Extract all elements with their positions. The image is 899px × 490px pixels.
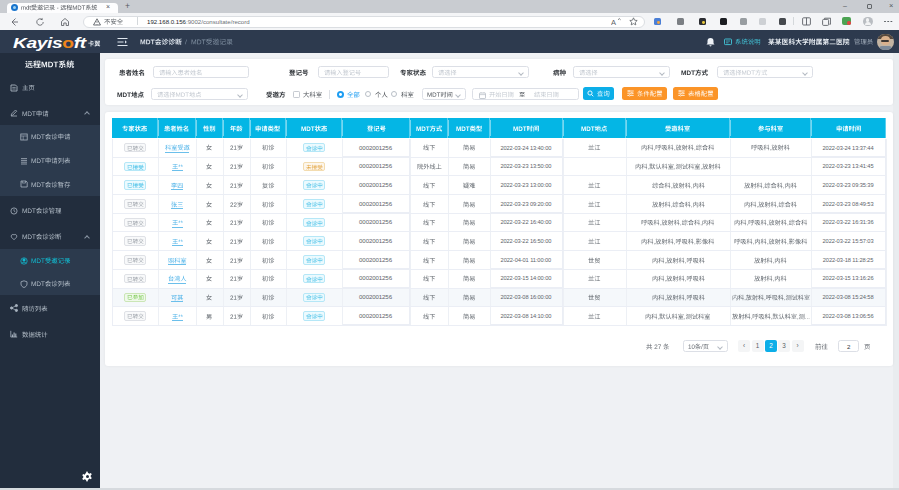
svg-text:A: A: [611, 18, 616, 27]
